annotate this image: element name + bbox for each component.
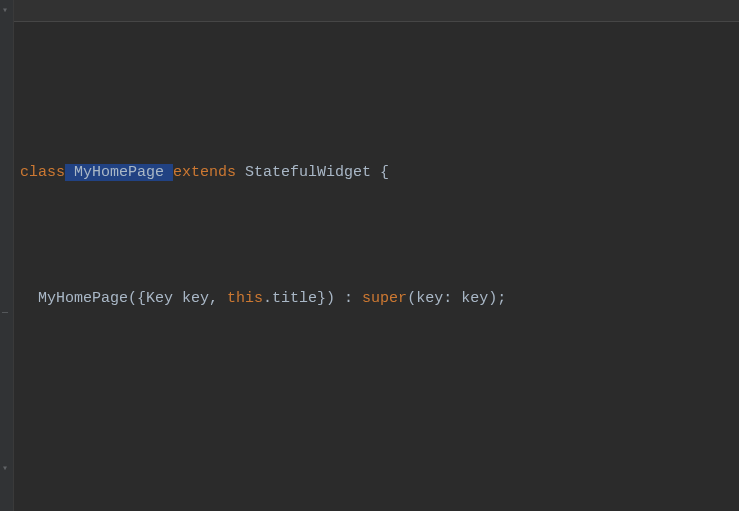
fold-marker-icon[interactable]: ▾ bbox=[2, 6, 8, 16]
fold-marker-icon[interactable]: — bbox=[2, 308, 8, 318]
brace: { bbox=[380, 164, 389, 181]
code-line[interactable]: class MyHomePage extends StatefulWidget … bbox=[18, 157, 739, 188]
params: .title}) : bbox=[263, 290, 362, 307]
keyword-extends: extends bbox=[173, 164, 236, 181]
keyword-super: super bbox=[362, 290, 407, 307]
code-editor[interactable]: ▾ — ▾ class MyHomePage extends StatefulW… bbox=[0, 0, 739, 511]
keyword-this: this bbox=[227, 290, 263, 307]
keyword-class: class bbox=[20, 164, 65, 181]
params: ({Key key, bbox=[128, 290, 227, 307]
fold-marker-icon[interactable]: ▾ bbox=[2, 464, 8, 474]
selection: MyHomePage bbox=[65, 164, 173, 181]
code-line[interactable]: MyHomePage({Key key, this.title}) : supe… bbox=[18, 283, 739, 314]
indent bbox=[20, 290, 38, 307]
params: (key: key); bbox=[407, 290, 506, 307]
code-line[interactable] bbox=[18, 408, 739, 439]
editor-gutter: ▾ — ▾ bbox=[0, 0, 14, 511]
constructor: MyHomePage bbox=[38, 290, 128, 307]
type-name: StatefulWidget bbox=[236, 164, 380, 181]
current-line-highlight bbox=[14, 0, 739, 22]
